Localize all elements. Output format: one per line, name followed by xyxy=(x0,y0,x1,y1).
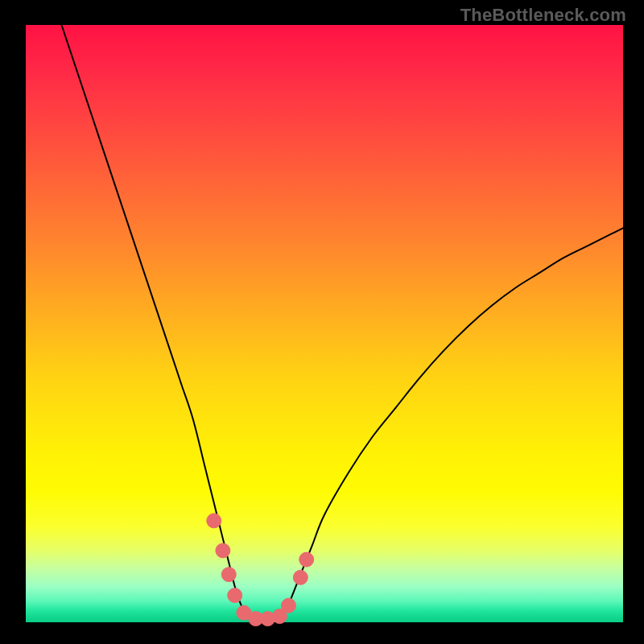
curve-marker xyxy=(281,598,295,613)
curve-marker xyxy=(299,552,314,567)
curve-marker xyxy=(293,570,308,584)
bottleneck-curve-path xyxy=(62,25,623,620)
curve-marker xyxy=(228,588,242,603)
bottleneck-curve-svg xyxy=(0,0,644,644)
curve-marker xyxy=(216,543,230,558)
curve-marker xyxy=(207,514,221,528)
curve-marker xyxy=(221,568,236,582)
chart-frame: TheBottleneck.com xyxy=(0,0,644,644)
